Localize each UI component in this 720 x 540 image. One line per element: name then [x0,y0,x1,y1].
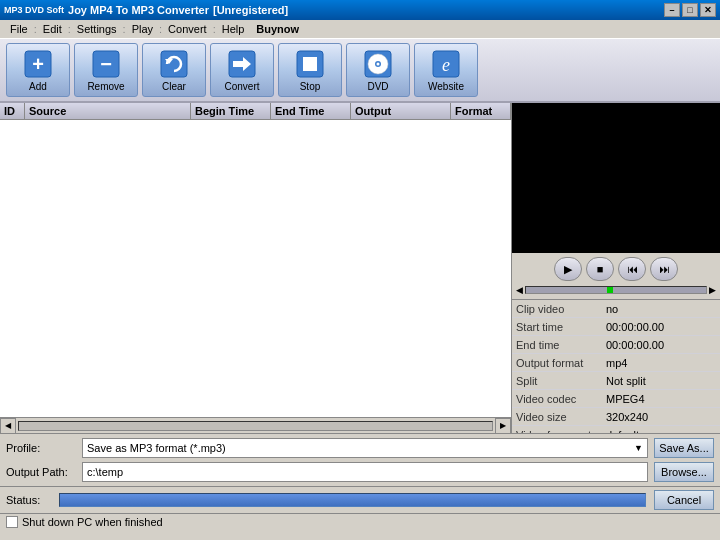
col-id: ID [0,103,25,119]
shutdown-label: Shut down PC when finished [22,516,163,528]
progress-left-arrow[interactable]: ◀ [516,285,523,295]
property-row: Output formatmp4 [512,354,720,372]
property-row: Video frame ratedefault [512,426,720,433]
property-value: default [602,428,720,434]
status-progress-bar [59,493,646,507]
profile-select[interactable]: Save as MP3 format (*.mp3) ▼ [82,438,648,458]
property-label: Video size [512,410,602,424]
svg-rect-8 [303,57,317,71]
menu-bar: File : Edit : Settings : Play : Convert … [0,20,720,39]
status-bar: Status: Cancel [0,486,720,513]
main-content: ID Source Begin Time End Time Output For… [0,103,720,433]
clear-button[interactable]: Clear [142,43,206,97]
file-list-table[interactable] [0,120,511,417]
play-button[interactable]: ▶ [554,257,582,281]
app-logo: MP3 DVD Soft [4,5,64,15]
next-button[interactable]: ⏭ [650,257,678,281]
progress-bar-container: ◀ ▶ [516,285,716,295]
property-value: MPEG4 [602,392,720,406]
svg-rect-4 [161,51,187,77]
shutdown-checkbox[interactable] [6,516,18,528]
menu-convert[interactable]: Convert [162,22,213,36]
dvd-button[interactable]: DVD [346,43,410,97]
properties-panel: Clip videonoStart time00:00:00.00End tim… [512,299,720,433]
dropdown-arrow-icon: ▼ [634,443,643,453]
progress-right-arrow[interactable]: ▶ [709,285,716,295]
cancel-button[interactable]: Cancel [654,490,714,510]
remove-icon: − [90,48,122,80]
property-label: Split [512,374,602,388]
remove-button[interactable]: − Remove [74,43,138,97]
video-preview [512,103,720,253]
svg-text:−: − [100,53,112,75]
property-label: End time [512,338,602,352]
property-label: Video frame rate [512,428,602,434]
shutdown-row: Shut down PC when finished [0,513,720,530]
col-format: Format [451,103,511,119]
window-controls: – □ ✕ [664,3,716,17]
property-value: mp4 [602,356,720,370]
toolbar: + Add − Remove Clear [0,39,720,103]
scroll-left-btn[interactable]: ◀ [0,418,16,434]
title-bar-text: MP3 DVD Soft Joy MP4 To MP3 Converter [U… [4,4,288,16]
website-button[interactable]: e Website [414,43,478,97]
property-row: Clip videono [512,300,720,318]
minimize-button[interactable]: – [664,3,680,17]
title-bar: MP3 DVD Soft Joy MP4 To MP3 Converter [U… [0,0,720,20]
menu-help[interactable]: Help [216,22,251,36]
output-path-input[interactable]: c:\temp [82,462,648,482]
profile-label: Profile: [6,442,76,454]
property-value: no [602,302,720,316]
add-icon: + [22,48,54,80]
property-label: Video codec [512,392,602,406]
clear-icon [158,48,190,80]
add-button[interactable]: + Add [6,43,70,97]
convert-icon [226,48,258,80]
player-stop-button[interactable]: ■ [586,257,614,281]
col-begin-time: Begin Time [191,103,271,119]
property-row: Video codecMPEG4 [512,390,720,408]
progress-track[interactable] [525,286,707,294]
profile-select-value: Save as MP3 format (*.mp3) [87,442,226,454]
menu-play[interactable]: Play [126,22,159,36]
save-as-button[interactable]: Save As... [654,438,714,458]
menu-file[interactable]: File [4,22,34,36]
preview-panel: ▶ ■ ⏮ ⏭ ◀ ▶ Clip vide [512,103,720,433]
property-row: End time00:00:00.00 [512,336,720,354]
menu-settings[interactable]: Settings [71,22,123,36]
scroll-track[interactable] [18,421,493,431]
restore-button[interactable]: □ [682,3,698,17]
profile-area: Profile: Save as MP3 format (*.mp3) ▼ Sa… [0,433,720,486]
col-output: Output [351,103,451,119]
col-end-time: End Time [271,103,351,119]
menu-buynow[interactable]: Buynow [250,22,305,36]
window-title: Joy MP4 To MP3 Converter [68,4,209,16]
col-source: Source [25,103,191,119]
menu-edit[interactable]: Edit [37,22,68,36]
stop-button[interactable]: Stop [278,43,342,97]
svg-text:e: e [442,55,450,75]
property-row: Video size320x240 [512,408,720,426]
property-label: Output format [512,356,602,370]
file-list-area: ID Source Begin Time End Time Output For… [0,103,512,433]
convert-button[interactable]: Convert [210,43,274,97]
stop-icon [294,48,326,80]
progress-thumb [607,287,613,293]
property-value: 00:00:00.00 [602,338,720,352]
table-header: ID Source Begin Time End Time Output For… [0,103,511,120]
property-label: Clip video [512,302,602,316]
profile-row: Profile: Save as MP3 format (*.mp3) ▼ Sa… [6,438,714,458]
close-button[interactable]: ✕ [700,3,716,17]
browse-button[interactable]: Browse... [654,462,714,482]
output-path-row: Output Path: c:\temp Browse... [6,462,714,482]
svg-text:+: + [32,53,44,75]
horizontal-scrollbar[interactable]: ◀ ▶ [0,417,511,433]
prev-button[interactable]: ⏮ [618,257,646,281]
output-path-label: Output Path: [6,466,76,478]
scroll-right-btn[interactable]: ▶ [495,418,511,434]
website-icon: e [430,48,462,80]
status-label: Status: [6,494,51,506]
player-buttons: ▶ ■ ⏮ ⏭ [516,257,716,281]
svg-point-12 [377,63,380,66]
property-row: Start time00:00:00.00 [512,318,720,336]
